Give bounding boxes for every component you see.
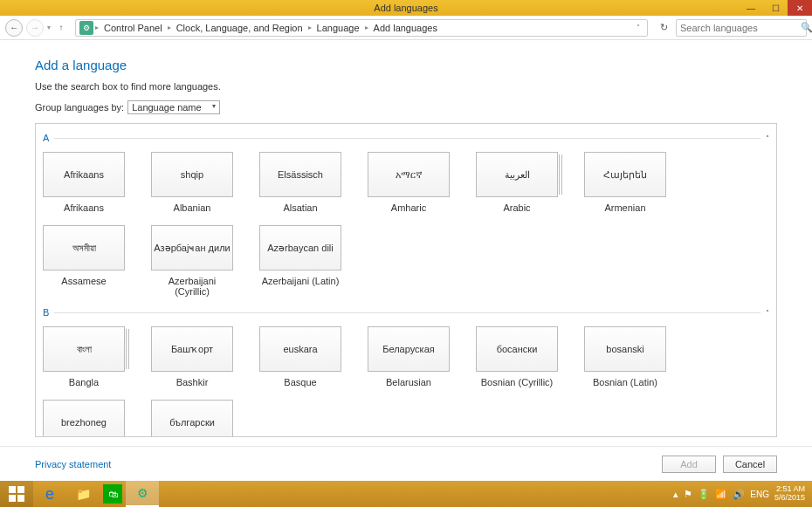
language-tile[interactable]: босански (476, 326, 558, 372)
groupby-value: Language name (132, 102, 202, 113)
language-item: বাংলাBangla (43, 326, 125, 387)
language-tile[interactable]: euskara (259, 326, 341, 372)
language-grid: বাংলাBanglaБашҡортBashkireuskaraBasqueБе… (43, 321, 769, 437)
language-label: Basque (284, 377, 316, 387)
tray-clock[interactable]: 2:51 AM 5/6/2015 (774, 485, 805, 503)
window-controls: — ☐ ✕ (739, 0, 812, 16)
group-line (54, 312, 760, 313)
language-label: Azerbaijani (Latin) (262, 276, 340, 286)
taskbar-app-ie[interactable]: e (33, 481, 66, 507)
breadcrumb-dropdown-icon[interactable]: ˅ (637, 24, 643, 31)
chevron-right-icon: ▸ (95, 24, 99, 31)
language-item: AfrikaansAfrikaans (43, 152, 125, 213)
language-tile[interactable]: български (151, 400, 233, 437)
crumb-control-panel[interactable]: Control Panel (100, 23, 166, 33)
language-tile[interactable]: অসমীয়া (43, 225, 125, 271)
taskbar-app-store[interactable]: 🛍 (103, 484, 122, 504)
svg-rect-1 (17, 486, 24, 493)
refresh-button[interactable]: ↻ (655, 19, 672, 37)
language-tile[interactable]: Азәрбајҹан дили (151, 225, 233, 271)
language-item: العربيةArabic (476, 152, 558, 213)
language-tile[interactable]: bosanski (584, 326, 666, 372)
maximize-button[interactable]: ☐ (763, 0, 788, 16)
language-label: Armenian (604, 202, 645, 213)
breadcrumb[interactable]: ⚙ ▸ Control Panel ▸ Clock, Language, and… (75, 19, 648, 37)
titlebar: Add languages — ☐ ✕ (0, 0, 812, 16)
language-tile[interactable]: brezhoneg (43, 400, 125, 437)
language-item: Azərbaycan diliAzerbaijani (Latin) (259, 225, 341, 297)
up-button[interactable]: ↑ (54, 21, 68, 35)
language-label: Amharic (391, 202, 426, 213)
content: Add a language Use the search box to fin… (0, 40, 812, 446)
language-label: Bosnian (Cyrillic) (481, 377, 554, 387)
language-label: Bosnian (Latin) (593, 377, 657, 387)
taskbar-app-control-panel[interactable]: ⚙ (126, 481, 159, 507)
language-item: shqipAlbanian (151, 152, 233, 213)
search-box[interactable]: 🔍 (676, 19, 807, 37)
language-label: Arabic (503, 202, 530, 213)
language-label: Alsatian (283, 202, 317, 213)
language-tile[interactable]: አማርኛ (368, 152, 450, 197)
control-panel-icon: ⚙ (79, 21, 93, 35)
tray-network-icon[interactable]: 📶 (715, 489, 727, 500)
tray-language[interactable]: ENG (750, 490, 769, 499)
crumb-add-languages[interactable]: Add languages (370, 23, 441, 33)
language-item: brezhonegBreton (43, 400, 125, 437)
group-header-B[interactable]: B˄ (43, 307, 769, 318)
group-letter: B (43, 307, 49, 318)
forward-button[interactable]: → (26, 19, 44, 37)
footer: Privacy statement Add Cancel (0, 446, 812, 481)
tray-flag-icon[interactable]: ⚑ (684, 489, 692, 500)
language-tile[interactable]: বাংলা (43, 326, 125, 372)
tray-battery-icon[interactable]: 🔋 (698, 489, 710, 500)
page-title: Add a language (35, 58, 777, 72)
language-item: ՀայերենArmenian (584, 152, 666, 213)
cancel-button[interactable]: Cancel (723, 456, 777, 473)
language-tile[interactable]: Afrikaans (43, 152, 125, 197)
language-item: Азәрбајҹан дилиAzerbaijani (Cyrillic) (151, 225, 233, 297)
window-title: Add languages (374, 3, 437, 13)
language-item: አማርኛAmharic (368, 152, 450, 213)
language-tile[interactable]: shqip (151, 152, 233, 197)
language-item: българскиBulgarian (151, 400, 233, 437)
language-label: Belarusian (386, 377, 431, 387)
language-label: Assamese (61, 276, 106, 286)
chevron-right-icon: ▸ (308, 24, 312, 31)
language-tile[interactable]: Беларуская (368, 326, 450, 372)
collapse-icon[interactable]: ˄ (766, 309, 769, 317)
add-button[interactable]: Add (662, 456, 716, 473)
group-line (54, 138, 760, 139)
privacy-link[interactable]: Privacy statement (35, 459, 111, 469)
start-button[interactable] (0, 481, 33, 507)
groupby-row: Group languages by: Language name (35, 100, 777, 114)
crumb-clock-lang-region[interactable]: Clock, Language, and Region (173, 23, 306, 33)
language-item: ElsässischAlsatian (259, 152, 341, 213)
svg-rect-3 (17, 495, 24, 502)
close-button[interactable]: ✕ (788, 0, 812, 16)
language-tile[interactable]: العربية (476, 152, 558, 197)
language-label: Albanian (174, 202, 211, 213)
group-header-A[interactable]: A˄ (43, 133, 769, 143)
language-tile[interactable]: Azərbaycan dili (259, 225, 341, 271)
language-tile[interactable]: Elsässisch (259, 152, 341, 197)
collapse-icon[interactable]: ˄ (766, 134, 769, 142)
groupby-select[interactable]: Language name (127, 100, 220, 114)
language-tile[interactable]: Հայերեն (584, 152, 666, 197)
tray-volume-icon[interactable]: 🔊 (733, 489, 745, 500)
taskbar: e 📁 🛍 ⚙ ▴ ⚑ 🔋 📶 🔊 ENG 2:51 AM 5/6/2015 (0, 481, 812, 507)
crumb-language[interactable]: Language (313, 23, 363, 33)
navbar: ← → ▾ ↑ ⚙ ▸ Control Panel ▸ Clock, Langu… (0, 16, 812, 40)
language-tile[interactable]: Башҡорт (151, 326, 233, 372)
minimize-button[interactable]: — (739, 0, 763, 16)
system-tray: ▴ ⚑ 🔋 📶 🔊 ENG 2:51 AM 5/6/2015 (673, 485, 812, 503)
page-subtitle: Use the search box to find more language… (35, 81, 777, 92)
language-item: bosanskiBosnian (Latin) (584, 326, 666, 387)
back-button[interactable]: ← (5, 19, 23, 37)
search-input[interactable] (680, 23, 801, 33)
nav-dropdown-icon[interactable]: ▾ (47, 24, 51, 31)
groupby-label: Group languages by: (35, 102, 124, 113)
tray-date: 5/6/2015 (774, 494, 805, 503)
taskbar-app-explorer[interactable]: 📁 (66, 481, 100, 507)
language-list-panel[interactable]: A˄AfrikaansAfrikaansshqipAlbanianElsässi… (35, 123, 777, 437)
tray-up-icon[interactable]: ▴ (673, 489, 678, 500)
